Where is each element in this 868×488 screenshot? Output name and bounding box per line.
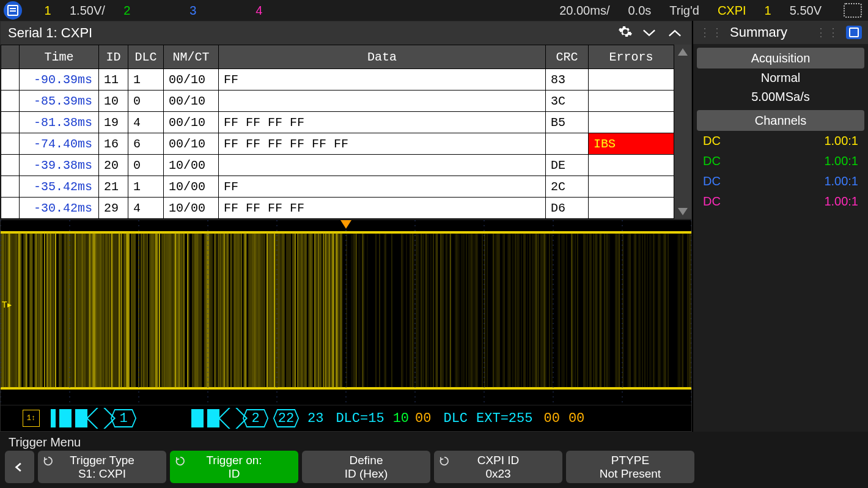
cell (1, 69, 20, 91)
trigger-level[interactable]: 5.50V (790, 4, 822, 18)
scroll-down-icon[interactable] (678, 208, 688, 215)
column-header: Time (20, 45, 99, 69)
serial-decode-strip[interactable]: 1↕ 122223DLC=151000DLCEXT=2550000 (1, 405, 691, 431)
summary-menu-button[interactable] (846, 26, 862, 39)
cell (546, 133, 589, 155)
cell (1, 112, 20, 133)
acquisition-rate: 5.00MSa/s (693, 87, 868, 106)
decode-field: 10 (393, 411, 409, 426)
channel-scale[interactable] (149, 4, 171, 18)
cell (589, 176, 674, 198)
probe-ratio: 1.00:1 (824, 194, 858, 209)
table-row[interactable]: -90.39ms11100/10FF83 (1, 69, 674, 91)
lister-scrollbar[interactable] (674, 45, 691, 219)
cell: 10 (99, 91, 128, 112)
table-row[interactable]: -85.39ms10000/103C (1, 91, 674, 112)
softkey-menu: Trigger Menu Trigger TypeS1: CXPITrigger… (0, 432, 868, 488)
channels-button[interactable]: Channels (697, 110, 864, 131)
softkey[interactable]: CXPI ID0x23 (434, 451, 562, 483)
channel-number[interactable]: 3 (182, 4, 204, 18)
table-row[interactable]: -30.42ms29410/00FF FF FF FFD6 (1, 198, 674, 219)
decode-field: 00 (543, 411, 559, 426)
softkey-label: Trigger Type (70, 454, 134, 467)
cell: FF FF FF FF (219, 112, 546, 133)
channel-number[interactable]: 2 (116, 4, 138, 18)
column-header: Data (219, 45, 546, 69)
lister-table[interactable]: TimeIDDLCNM/CTDataCRCErrors -90.39ms1110… (1, 45, 674, 219)
decode-pulse (51, 409, 56, 427)
cell: D6 (546, 198, 589, 219)
cell: -74.40ms (20, 133, 99, 155)
cell (589, 112, 674, 133)
cell (1, 91, 20, 112)
table-row[interactable]: -81.38ms19400/10FF FF FF FFB5 (1, 112, 674, 133)
channel-number[interactable]: 4 (248, 4, 270, 18)
cell: 10/00 (164, 198, 219, 219)
softkey-value: Not Present (600, 467, 661, 481)
waveform-display[interactable]: T▸ (1, 219, 691, 405)
channel-number[interactable]: 1 (37, 4, 59, 18)
probe-ratio: 1.00:1 (824, 174, 858, 188)
softkey[interactable]: Trigger on:ID (170, 451, 298, 483)
column-header: CRC (546, 45, 589, 69)
cell (1, 176, 20, 198)
acquisition-mode: Normal (693, 68, 868, 87)
cell: -35.42ms (20, 176, 99, 198)
lister-header: Serial 1: CXPI (1, 21, 691, 45)
decode-field: DLC=15 (336, 411, 384, 426)
cell: 83 (546, 69, 589, 91)
softkey-value: S1: CXPI (78, 467, 126, 481)
channel-scale[interactable]: 1.50V/ (70, 4, 105, 18)
cell: -85.39ms (20, 91, 99, 112)
delay-readout[interactable]: 0.0s (628, 4, 651, 18)
drag-grip-icon[interactable]: ⋮⋮ (699, 26, 724, 39)
gear-icon[interactable] (618, 24, 633, 42)
trigger-source-channel[interactable]: 1 (765, 4, 771, 18)
softkey-label: Trigger on: (206, 454, 262, 467)
channel-summary-row[interactable]: DC1.00:1 (693, 151, 868, 171)
decode-value: 2 (243, 409, 268, 427)
cell: FF (219, 69, 546, 91)
timebase-readout[interactable]: 20.00ms/ (559, 4, 609, 18)
menu-title: Trigger Menu (0, 432, 868, 451)
maximize-icon[interactable] (844, 3, 862, 18)
back-button[interactable] (5, 451, 34, 483)
chevron-down-icon[interactable] (640, 26, 658, 40)
main-menu-button[interactable] (0, 0, 26, 21)
scroll-up-icon[interactable] (678, 48, 688, 56)
table-row[interactable]: -35.42ms21110/00FF2C (1, 176, 674, 198)
cell: 00/10 (164, 133, 219, 155)
channel-scale[interactable] (281, 4, 303, 18)
cell: 6 (128, 133, 164, 155)
cell: -39.38ms (20, 155, 99, 176)
decode-field: 23 (307, 411, 323, 426)
channel-scale[interactable] (215, 4, 237, 18)
trigger-state: Trig'd (669, 4, 699, 18)
drag-grip-icon[interactable]: ⋮⋮ (815, 26, 840, 39)
cell: 21 (99, 176, 128, 198)
table-row[interactable]: -74.40ms16600/10FF FF FF FF FF FFIBS (1, 133, 674, 155)
channel-summary-row[interactable]: DC1.00:1 (693, 171, 868, 191)
probe-ratio: 1.00:1 (824, 134, 858, 148)
trigger-source-label[interactable]: CXPI (718, 4, 746, 18)
cell (1, 155, 20, 176)
rotary-icon (439, 456, 450, 467)
coupling: DC (703, 154, 721, 168)
cell: 0 (128, 91, 164, 112)
lister-header-row: TimeIDDLCNM/CTDataCRCErrors (1, 45, 674, 69)
cell (589, 198, 674, 219)
channel-scale-readout[interactable]: 11.50V/234 (37, 4, 303, 18)
channel-summary-row[interactable]: DC1.00:1 (693, 191, 868, 212)
table-row[interactable]: -39.38ms20010/00DE (1, 155, 674, 176)
softkey[interactable]: DefineID (Hex) (302, 451, 430, 483)
channel-summary-row[interactable]: DC1.00:1 (693, 131, 868, 151)
column-header: Errors (589, 45, 674, 69)
softkey[interactable]: PTYPENot Present (566, 451, 694, 483)
cell (219, 155, 546, 176)
chevron-up-icon[interactable] (666, 26, 684, 40)
rotary-icon (175, 456, 186, 467)
cell: FF FF FF FF FF FF (219, 133, 546, 155)
softkey[interactable]: Trigger TypeS1: CXPI (38, 451, 166, 483)
acquisition-button[interactable]: Acquisition (697, 48, 864, 68)
cell: DE (546, 155, 589, 176)
